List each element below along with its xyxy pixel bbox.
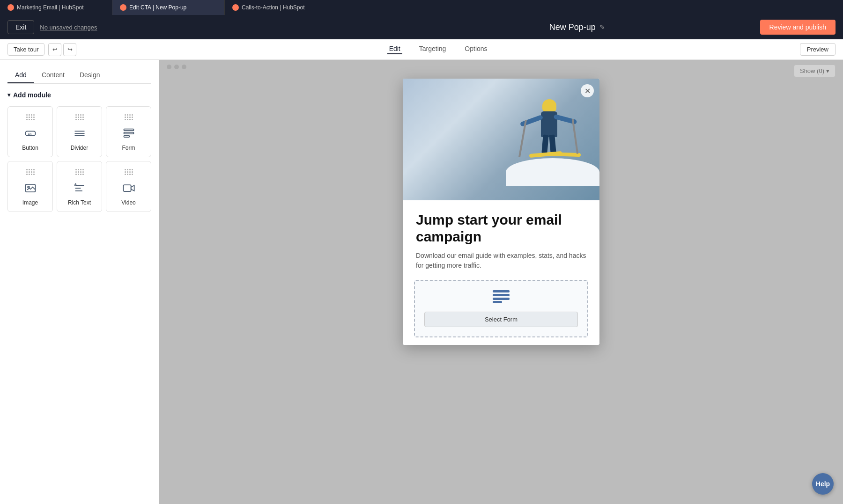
sidebar-tab-add[interactable]: Add (7, 67, 34, 83)
skier-leg-left (541, 135, 548, 154)
module-form-label: Form (122, 145, 135, 151)
take-tour-button[interactable]: Take tour (7, 43, 44, 56)
browser-tab-marketing[interactable]: Marketing Email | HubSpot (0, 0, 112, 15)
sidebar-tab-content[interactable]: Content (34, 67, 72, 83)
svg-rect-13 (493, 294, 510, 296)
history-buttons: ↩ ↪ (48, 43, 76, 56)
left-sidebar: Add Content Design ▾ Add module Aa (0, 60, 159, 504)
drag-handle (125, 169, 133, 175)
skier-leg-right (549, 135, 556, 154)
popup-modal: ✕ Jump start your email campaign Downloa… (403, 79, 599, 345)
svg-rect-7 (124, 136, 129, 138)
hubspot-icon-2 (120, 4, 126, 11)
main-toolbar: Exit No unsaved changes New Pop-up ✎ Rev… (0, 15, 843, 39)
svg-point-9 (28, 186, 30, 188)
richtext-icon: A (72, 181, 87, 196)
skier-figure (515, 83, 590, 186)
svg-rect-6 (124, 132, 133, 134)
page-title-container: New Pop-up ✎ (400, 22, 754, 32)
hubspot-icon-3 (232, 4, 239, 11)
module-divider[interactable]: Divider (57, 106, 102, 157)
drag-handle (26, 169, 35, 175)
module-image[interactable]: Image (7, 161, 53, 212)
video-icon (121, 181, 136, 196)
module-image-label: Image (22, 199, 38, 206)
skier-arm-left (520, 115, 543, 127)
module-video[interactable]: Video (106, 161, 151, 212)
svg-text:A: A (74, 183, 77, 187)
svg-rect-5 (124, 129, 133, 131)
module-video-label: Video (121, 199, 135, 206)
module-rich-text-label: Rich Text (68, 199, 91, 206)
nav-tabs: Edit Targeting Options (76, 45, 799, 54)
page-title: New Pop-up (549, 22, 596, 32)
exit-button[interactable]: Exit (7, 20, 34, 34)
svg-rect-15 (493, 301, 502, 303)
browser-tab-calls[interactable]: Calls-to-Action | HubSpot (225, 0, 337, 15)
svg-text:Aa: Aa (28, 132, 32, 136)
module-grid: Aa Button Di (7, 106, 151, 212)
button-icon: Aa (23, 126, 38, 141)
module-divider-label: Divider (71, 145, 88, 151)
help-button[interactable]: Help (812, 473, 834, 495)
browser-tab-cta[interactable]: Edit CTA | New Pop-up (112, 0, 225, 15)
module-button-label: Button (22, 145, 38, 151)
skier-ski-right (548, 152, 581, 157)
redo-button[interactable]: ↪ (63, 43, 76, 56)
undo-button[interactable]: ↩ (48, 43, 61, 56)
drag-handle (26, 114, 35, 120)
add-module-title: Add module (13, 91, 51, 99)
form-icon (121, 126, 136, 141)
unsaved-changes-label[interactable]: No unsaved changes (40, 24, 394, 31)
form-placeholder-area[interactable]: Select Form (414, 280, 588, 337)
review-publish-button[interactable]: Review and publish (760, 20, 836, 35)
popup-background-overlay: ✕ Jump start your email campaign Downloa… (159, 60, 843, 504)
svg-rect-12 (493, 290, 510, 292)
canvas-area: Show (0) ▾ (159, 60, 843, 504)
svg-rect-11 (123, 185, 131, 191)
tab-targeting[interactable]: Targeting (417, 45, 448, 54)
tab-options[interactable]: Options (463, 45, 489, 54)
secondary-toolbar: Take tour ↩ ↪ Edit Targeting Options Pre… (0, 39, 843, 60)
popup-headline: Jump start your email campaign (416, 212, 586, 245)
browser-tab-label-2: Edit CTA | New Pop-up (129, 4, 186, 11)
browser-tab-label-3: Calls-to-Action | HubSpot (242, 4, 305, 11)
edit-title-icon[interactable]: ✎ (599, 23, 605, 31)
skier-helmet (542, 99, 556, 112)
snow-hill (506, 158, 599, 186)
preview-button[interactable]: Preview (800, 43, 836, 56)
sidebar-tabs: Add Content Design (7, 67, 151, 84)
browser-tab-label-1: Marketing Email | HubSpot (17, 4, 84, 11)
drag-handle (75, 114, 84, 120)
tab-edit[interactable]: Edit (387, 45, 402, 54)
chevron-down-icon: ▾ (7, 92, 10, 98)
svg-rect-14 (493, 298, 510, 300)
drag-handle (125, 114, 133, 120)
module-button[interactable]: Aa Button (7, 106, 53, 157)
image-icon (23, 181, 38, 196)
sidebar-tab-design[interactable]: Design (72, 67, 108, 83)
drag-handle (75, 169, 84, 175)
module-form[interactable]: Form (106, 106, 151, 157)
popup-close-button[interactable]: ✕ (581, 84, 594, 97)
pole-right (572, 119, 578, 154)
main-layout: Add Content Design ▾ Add module Aa (0, 60, 843, 504)
form-placeholder-icon (493, 290, 510, 306)
popup-content: Jump start your email campaign Download … (403, 200, 599, 345)
add-module-section[interactable]: ▾ Add module (7, 91, 151, 99)
popup-subtext: Download our email guide with examples, … (416, 251, 586, 270)
module-rich-text[interactable]: A Rich Text (57, 161, 102, 212)
browser-tabs-bar: Marketing Email | HubSpot Edit CTA | New… (0, 0, 843, 15)
popup-image-area: ✕ (403, 79, 599, 200)
hubspot-icon-1 (7, 4, 14, 11)
select-form-button[interactable]: Select Form (424, 312, 578, 327)
divider-icon (72, 126, 87, 141)
